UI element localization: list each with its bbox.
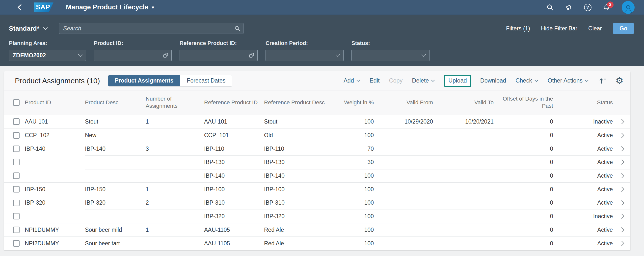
table-row[interactable]: IBP-130IBP-130300Active: [4, 155, 630, 169]
help-icon[interactable]: ?: [584, 4, 592, 11]
table-row[interactable]: NPI1DUMMYSour beer mild1AAU-1105Red Ale1…: [4, 223, 630, 237]
cell-product-id: IBP-320: [25, 199, 85, 206]
chevron-down-icon[interactable]: [78, 54, 83, 57]
go-button[interactable]: Go: [613, 23, 634, 34]
row-checkbox[interactable]: [13, 240, 20, 247]
column-header-product-desc: Product Desc: [85, 99, 146, 106]
delete-button[interactable]: Delete: [412, 77, 435, 84]
chevron-right-icon[interactable]: [621, 241, 625, 246]
tab-forecast-dates[interactable]: Forecast Dates: [180, 75, 232, 86]
chevron-right-icon[interactable]: [621, 119, 625, 125]
row-checkbox[interactable]: [13, 213, 20, 219]
search-icon[interactable]: [546, 4, 554, 11]
cell-ref-desc: IBP-320: [264, 213, 338, 220]
upload-button[interactable]: Upload: [444, 75, 470, 87]
table-row[interactable]: NPI2DUMMYSour beer tartAAU-1105Red Ale10…: [4, 237, 630, 250]
table-row[interactable]: IBP-320IBP-3202IBP-310IBP-3101000Active: [4, 196, 630, 210]
edit-button[interactable]: Edit: [370, 77, 380, 84]
value-help-copy-icon[interactable]: [163, 53, 168, 58]
row-checkbox-cell: [4, 159, 25, 165]
megaphone-icon[interactable]: [565, 4, 573, 11]
cell-offset: 0: [496, 186, 556, 193]
column-header-valid-from: Valid From: [376, 99, 436, 106]
search-go-icon[interactable]: [234, 25, 240, 31]
cell-ref-desc: IBP-130: [264, 159, 338, 166]
row-checkbox[interactable]: [13, 227, 20, 233]
table-row[interactable]: CCP_102NewCCP_101Old1000Active: [4, 128, 630, 142]
chevron-right-icon[interactable]: [621, 186, 625, 192]
row-checkbox[interactable]: [13, 172, 20, 179]
table-row[interactable]: IBP-140IBP-1401000Active: [4, 169, 630, 183]
chevron-right-icon[interactable]: [621, 213, 625, 219]
filter-field-reference-product-id: Reference Product ID:: [180, 40, 258, 61]
cell-num: 1: [146, 118, 204, 125]
header-checkbox-cell: [4, 99, 25, 106]
row-checkbox[interactable]: [13, 200, 20, 206]
chevron-down-icon[interactable]: [421, 54, 426, 57]
hide-filter-bar-link[interactable]: Hide Filter Bar: [541, 25, 577, 32]
table-row[interactable]: IBP-140IBP-1403IBP-110IBP-110700Active: [4, 142, 630, 155]
filter-field-control-planning-area[interactable]: ZDEMO2002: [9, 50, 86, 61]
chevron-right-icon[interactable]: [621, 132, 625, 138]
chevron-right-icon[interactable]: [621, 200, 625, 206]
button-label: Edit: [370, 77, 380, 84]
row-checkbox[interactable]: [13, 159, 20, 165]
column-header-reference-product-id: Reference Product ID: [204, 99, 264, 106]
filter-field-status: Status:: [352, 40, 430, 61]
filter-fields: Planning Area:ZDEMO2002Product ID:Refere…: [9, 40, 644, 61]
cell-status: Active: [556, 145, 615, 152]
filter-field-control-status[interactable]: [352, 50, 430, 61]
toolbar-icons: ⚙: [599, 77, 624, 85]
table-row[interactable]: IBP-150IBP-1501IBP-100IBP-1001000Active: [4, 182, 630, 196]
download-button[interactable]: Download: [480, 77, 506, 84]
back-icon[interactable]: [16, 4, 23, 11]
select-all-checkbox[interactable]: [13, 99, 20, 106]
cell-weight: 100: [338, 118, 376, 125]
other-actions-button[interactable]: Other Actions: [548, 77, 589, 84]
table-toolbar: Product Assignments (10) Product Assignm…: [4, 71, 630, 90]
chevron-right-icon[interactable]: [621, 159, 625, 165]
chevron-down-icon: [431, 80, 435, 82]
cell-product-desc: IBP-140: [85, 145, 146, 152]
search-input[interactable]: [63, 25, 234, 32]
filter-field-control-product-id[interactable]: [94, 50, 172, 61]
filter-field-control-reference-product-id[interactable]: [180, 50, 258, 61]
row-navigation-cell: [615, 241, 630, 246]
settings-gear-icon[interactable]: ⚙: [615, 77, 624, 85]
variant-label: Standard*: [9, 25, 40, 32]
avatar[interactable]: [622, 1, 634, 14]
cell-ref-desc: Red Ale: [264, 227, 338, 233]
chevron-down-icon[interactable]: [336, 54, 340, 57]
button-label: Upload: [448, 77, 467, 84]
chevron-right-icon[interactable]: [621, 173, 625, 179]
chevron-right-icon[interactable]: [621, 227, 625, 233]
cell-weight: 100: [338, 186, 376, 193]
cell-ref-desc: IBP-140: [264, 172, 338, 179]
filter-field-control-creation-period[interactable]: [266, 50, 344, 61]
row-checkbox[interactable]: [13, 145, 20, 152]
variant-selector[interactable]: Standard*: [9, 25, 59, 32]
tab-product-assignments[interactable]: Product Assignments: [108, 75, 180, 86]
clear-link[interactable]: Clear: [588, 25, 602, 32]
table-card: Product Assignments (10) Product Assignm…: [4, 71, 630, 250]
filter-field-label: Planning Area:: [9, 40, 86, 46]
chevron-right-icon[interactable]: [621, 146, 625, 152]
shell-actions: ? 3: [546, 1, 634, 14]
table-row[interactable]: IBP-320IBP-3201000Inactive: [4, 210, 630, 223]
shell-bar: SAP Manage Product Lifecycle ▾ ? 3: [0, 0, 644, 15]
value-help-copy-icon[interactable]: [249, 53, 254, 58]
bell-icon[interactable]: 3: [603, 4, 610, 11]
add-button[interactable]: Add: [344, 77, 360, 84]
check-button[interactable]: Check: [516, 77, 538, 84]
app-title[interactable]: Manage Product Lifecycle ▾: [66, 3, 154, 11]
sort-icon[interactable]: [599, 77, 606, 85]
row-checkbox[interactable]: [13, 132, 20, 139]
row-checkbox[interactable]: [13, 118, 20, 125]
row-checkbox[interactable]: [13, 186, 20, 192]
cell-weight: 100: [338, 213, 376, 220]
filters-link[interactable]: Filters (1): [506, 25, 530, 32]
table-row[interactable]: AAU-101Stout1AAU-101Stout10010/29/202010…: [4, 115, 630, 128]
cell-ref-id: IBP-110: [204, 145, 264, 152]
cell-offset: 0: [496, 227, 556, 233]
app-title-label: Manage Product Lifecycle: [66, 3, 148, 11]
